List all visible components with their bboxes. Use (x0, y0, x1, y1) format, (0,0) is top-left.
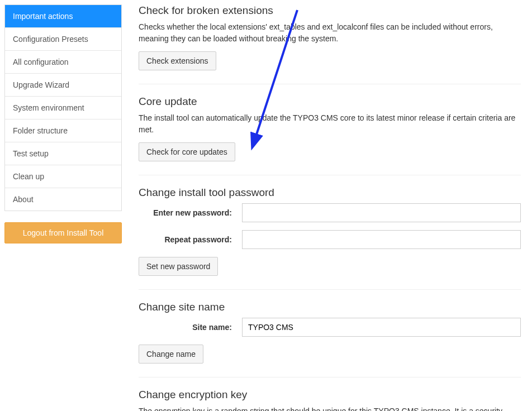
sidebar-item-test-setup[interactable]: Test setup (5, 142, 121, 165)
main-content: Check for broken extensions Checks wheth… (139, 4, 528, 411)
heading-check-broken-extensions: Check for broken extensions (139, 4, 521, 17)
sidebar-item-important-actions[interactable]: Important actions (5, 5, 121, 28)
sidebar-item-about[interactable]: About (5, 188, 121, 211)
heading-core-update: Core update (139, 95, 521, 108)
sidebar: Important actions Configuration Presets … (4, 4, 122, 411)
check-extensions-button[interactable]: Check extensions (139, 51, 216, 70)
label-site-name: Site name: (139, 323, 242, 332)
check-core-updates-button[interactable]: Check for core updates (139, 142, 235, 161)
site-name-input[interactable] (242, 318, 521, 337)
new-password-input[interactable] (242, 203, 521, 222)
sidebar-item-all-configuration[interactable]: All configuration (5, 51, 121, 74)
heading-change-password: Change install tool password (139, 187, 521, 199)
sidebar-item-configuration-presets[interactable]: Configuration Presets (5, 28, 121, 51)
sidebar-item-system-environment[interactable]: System environment (5, 97, 121, 120)
heading-change-site-name: Change site name (139, 301, 521, 313)
label-repeat-password: Repeat password: (139, 235, 242, 244)
sidebar-item-folder-structure[interactable]: Folder structure (5, 120, 121, 142)
section-change-encryption-key: Change encryption key The encryption key… (139, 389, 521, 411)
heading-change-encryption-key: Change encryption key (139, 389, 521, 401)
desc-core-update: The install tool can automatically updat… (139, 112, 521, 136)
repeat-password-input[interactable] (242, 230, 521, 249)
section-core-update: Core update The install tool can automat… (139, 95, 521, 175)
section-change-site-name: Change site name Site name: Change name (139, 301, 521, 377)
logout-button[interactable]: Logout from Install Tool (4, 222, 122, 243)
set-new-password-button[interactable]: Set new password (139, 257, 218, 276)
sidebar-item-upgrade-wizard[interactable]: Upgrade Wizard (5, 74, 121, 97)
section-change-password: Change install tool password Enter new p… (139, 187, 521, 290)
section-check-broken-extensions: Check for broken extensions Checks wheth… (139, 4, 521, 84)
change-name-button[interactable]: Change name (139, 345, 203, 364)
label-new-password: Enter new password: (139, 208, 242, 217)
sidebar-nav: Important actions Configuration Presets … (4, 4, 122, 211)
desc-change-encryption-key: The encryption key is a random string th… (139, 405, 521, 411)
desc-check-broken-extensions: Checks whether the local extensions' ext… (139, 21, 521, 45)
sidebar-item-clean-up[interactable]: Clean up (5, 165, 121, 188)
